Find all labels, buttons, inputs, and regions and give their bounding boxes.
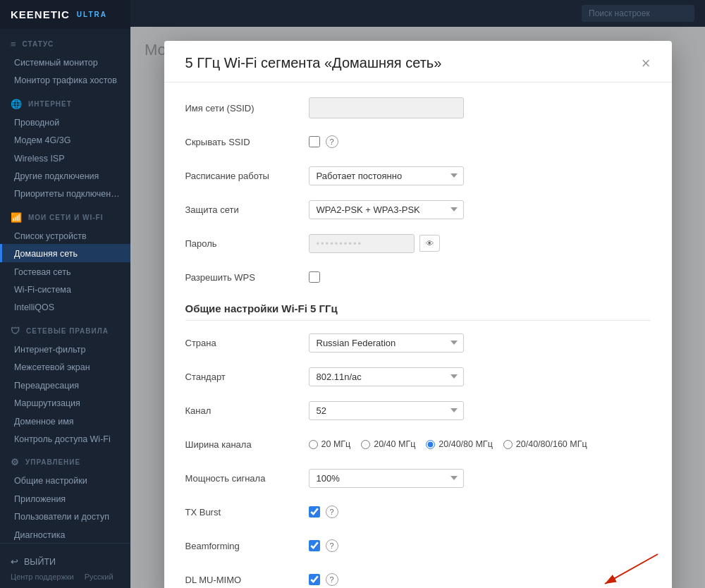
wps-label: Разрешить WPS [185,272,309,283]
radio-20408160mhz[interactable] [503,440,513,449]
password-label: Пароль [185,238,309,249]
logo-main: KEENETIC [11,8,70,20]
channel-width-radio-group: 20 МГц 20/40 МГц 20/40/80 МГц [309,439,587,449]
radio-label-2040mhz[interactable]: 20/40 МГц [361,439,415,449]
sidebar-item-diagnostics[interactable]: Диагностика [0,525,130,543]
hide-ssid-checkbox[interactable] [309,136,320,147]
search-input[interactable] [582,5,694,22]
beamforming-help-icon[interactable]: ? [326,539,338,552]
sidebar-item-system-monitor[interactable]: Системный монитор [0,53,130,71]
standard-select[interactable]: 802.11n/ac [309,367,464,386]
password-toggle-button[interactable]: 👁 [419,235,440,252]
sidebar-item-firewall[interactable]: Межсетевой экран [0,357,130,375]
sidebar-item-redirect[interactable]: Переадресация [0,376,130,393]
sidebar-item-wireless-isp[interactable]: Wireless ISP [0,149,130,166]
status-icon: ≡ [11,39,17,49]
logout-icon: ↩ [11,556,18,567]
wps-control [309,271,651,283]
beamforming-control: ? [309,539,651,552]
ssid-row: Имя сети (SSID) [185,97,651,119]
radio-204080mhz-label: 20/40/80 МГц [439,439,492,449]
general-section-heading: Общие настройки Wi-Fi 5 ГГц [185,302,651,321]
sidebar-item-general-settings[interactable]: Общие настройки [0,471,130,489]
tx-burst-row: TX Burst ? [185,501,651,523]
tx-burst-checkbox[interactable] [309,506,320,517]
section-status: ≡ СТАТУС [0,29,130,53]
logo-sub: ULTRA [77,11,107,18]
tx-burst-label: TX Burst [185,507,309,517]
beamforming-row: Beamforming ? [185,534,651,557]
radio-label-20408160mhz[interactable]: 20/40/80/160 МГц [503,439,587,449]
section-internet: 🌐 ИНТЕРНЕТ [0,89,130,113]
modal-overlay[interactable]: 5 ГГц Wi-Fi сегмента «Домашняя сеть» × И… [130,27,705,588]
language-link[interactable]: Русский [85,572,114,581]
radio-20mhz[interactable] [309,440,318,449]
country-label: Страна [185,338,309,348]
country-select[interactable]: Russian Federation [309,333,464,353]
schedule-select[interactable]: Работает постоянно [309,166,464,185]
wps-checkbox[interactable] [309,271,320,283]
security-row: Защита сети WPA2-PSK + WPA3-PSK [185,198,651,221]
power-row: Мощность сигнала 100% [185,467,651,489]
radio-2040mhz-label: 20/40 МГц [374,439,415,449]
dl-mu-mimo-checkbox[interactable] [309,574,320,585]
country-row: Страна Russian Federation [185,331,651,354]
radio-20mhz-label: 20 МГц [321,439,351,449]
radio-2040mhz[interactable] [361,440,370,449]
internet-icon: 🌐 [11,99,23,109]
hide-ssid-help-icon[interactable]: ? [326,135,338,148]
modal-title: 5 ГГц Wi-Fi сегмента «Домашняя сеть» [185,55,442,71]
sidebar-item-domain[interactable]: Доменное имя [0,412,130,429]
sidebar-item-devices[interactable]: Список устройств [0,226,130,244]
radio-label-20mhz[interactable]: 20 МГц [309,439,351,449]
channel-select[interactable]: 52 [309,401,464,420]
channel-width-row: Ширина канала 20 МГц 20/40 МГц [185,433,651,455]
section-rules: 🛡 СЕТЕВЫЕ ПРАВИЛА [0,316,130,340]
sidebar-item-other-connections[interactable]: Другие подключения [0,166,130,184]
wifi-icon: 📶 [11,212,23,223]
tx-burst-control: ? [309,506,651,518]
schedule-label: Расписание работы [185,171,309,181]
radio-204080mhz[interactable] [426,440,435,449]
support-link[interactable]: Центр поддержки [11,572,74,581]
modal-close-button[interactable]: × [642,56,651,71]
sidebar-item-wired[interactable]: Проводной [0,113,130,130]
modal-body: Имя сети (SSID) Скрывать SSID ? [164,82,672,588]
sidebar-item-priorities[interactable]: Приоритеты подключений [0,184,130,202]
sidebar-item-internet-filter[interactable]: Интернет-фильтр [0,340,130,357]
password-control: •••••••••• 👁 [309,234,651,253]
power-select[interactable]: 100% [309,469,464,488]
dl-mu-mimo-control: ? [309,573,651,586]
sidebar-item-apps[interactable]: Приложения [0,489,130,507]
standard-control: 802.11n/ac [309,367,651,386]
sidebar-item-guest-network[interactable]: Гостевая сеть [0,262,130,280]
logout-button[interactable]: ↩ ВЫЙТИ [11,551,120,572]
wps-row: Разрешить WPS [185,266,651,288]
sidebar-item-routing[interactable]: Маршрутизация [0,393,130,411]
security-select[interactable]: WPA2-PSK + WPA3-PSK [309,200,464,219]
password-display: •••••••••• [309,234,415,253]
sidebar-item-wifi-system[interactable]: Wi-Fi-система [0,280,130,298]
hide-ssid-control: ? [309,135,651,148]
sidebar-item-users[interactable]: Пользователи и доступ [0,507,130,525]
channel-width-control: 20 МГц 20/40 МГц 20/40/80 МГц [309,439,651,449]
channel-row: Канал 52 [185,399,651,422]
sidebar-item-intelliqos[interactable]: IntelliQOS [0,298,130,315]
shield-icon: 🛡 [11,326,20,336]
power-control: 100% [309,469,651,488]
channel-control: 52 [309,401,651,420]
radio-label-204080mhz[interactable]: 20/40/80 МГц [426,439,492,449]
channel-label: Канал [185,405,309,416]
sidebar: KEENETIC ULTRA ≡ СТАТУС Системный монито… [0,0,130,588]
tx-burst-help-icon[interactable]: ? [326,506,338,518]
beamforming-checkbox[interactable] [309,540,320,551]
hide-ssid-row: Скрывать SSID ? [185,130,651,153]
dl-mu-mimo-help-icon[interactable]: ? [326,573,338,586]
sidebar-item-traffic-monitor[interactable]: Монитор трафика хостов [0,71,130,88]
logout-label: ВЫЙТИ [24,557,56,567]
sidebar-item-wifi-control[interactable]: Контроль доступа Wi-Fi [0,429,130,447]
sidebar-item-home-network[interactable]: Домашняя сеть [0,244,130,262]
gear-icon: ⚙ [11,457,20,467]
sidebar-item-modem[interactable]: Модем 4G/3G [0,130,130,148]
standard-label: Стандарт [185,372,309,382]
